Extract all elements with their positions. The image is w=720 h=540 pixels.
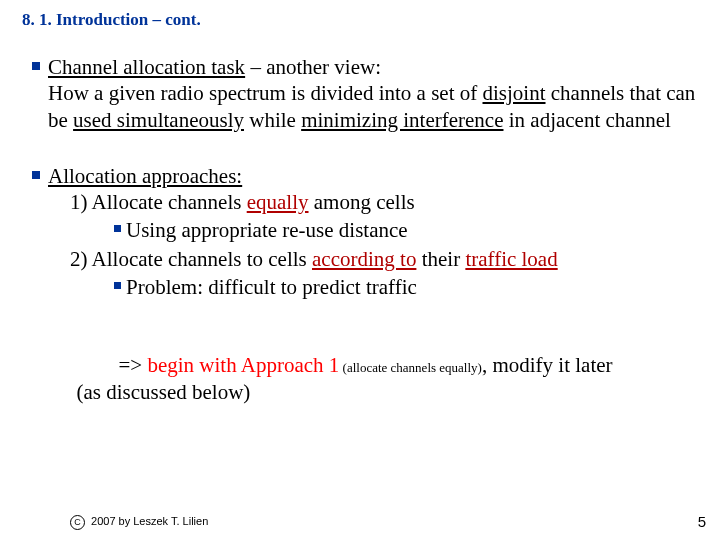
approach-2: 2) Allocate channels to cells according …	[70, 246, 613, 272]
copyright-icon: C	[70, 515, 85, 530]
text: – another view:	[245, 55, 381, 79]
slide: 8. 1. Introduction – cont. Channel alloc…	[0, 0, 720, 540]
square-bullet-icon	[104, 217, 126, 243]
text: Problem: difficult to predict traffic	[126, 274, 417, 300]
approach-1: 1) Allocate channels equally among cells	[70, 189, 613, 215]
square-bullet-icon	[104, 274, 126, 300]
phrase-traffic-load: traffic load	[465, 247, 557, 271]
phrase-disjoint: disjoint	[483, 81, 546, 105]
copyright-text: 2007 by Leszek T. Lilien	[88, 515, 208, 527]
page-number: 5	[698, 513, 706, 530]
approach-1-sub: Using appropriate re-use distance	[70, 217, 613, 243]
phrase-equally: equally	[247, 190, 309, 214]
text: =>	[119, 353, 148, 377]
text: while	[244, 108, 301, 132]
square-bullet-icon	[22, 163, 48, 431]
phrase-channel-allocation-task: Channel allocation task	[48, 55, 245, 79]
phrase-used-simultaneously: used simultaneously	[73, 108, 244, 132]
implication: => begin with Approach 1 (allocate chann…	[48, 326, 613, 431]
square-bullet-icon	[22, 54, 48, 133]
slide-title: 8. 1. Introduction – cont.	[22, 10, 201, 30]
copyright-footer: C 2007 by Leszek T. Lilien	[70, 515, 208, 530]
slide-content: Channel allocation task – another view: …	[22, 54, 698, 461]
text: 2) Allocate channels to cells according …	[70, 246, 558, 272]
phrase-begin-with-approach-1: begin with Approach 1	[147, 353, 339, 377]
bullet-1: Channel allocation task – another view: …	[22, 54, 698, 133]
bullet-2-text: Allocation approaches: 1) Allocate chann…	[48, 163, 613, 431]
text: How a given radio spectrum is divided in…	[48, 81, 483, 105]
phrase-allocation-approaches: Allocation approaches:	[48, 164, 242, 188]
text: 1) Allocate channels equally among cells	[70, 189, 415, 215]
text: Using appropriate re-use distance	[126, 217, 408, 243]
approaches-list: 1) Allocate channels equally among cells…	[48, 189, 613, 300]
phrase-allocate-equally-note: (allocate channels equally)	[339, 360, 482, 375]
text: in adjacent channel	[503, 108, 670, 132]
bullet-1-text: Channel allocation task – another view: …	[48, 54, 698, 133]
approach-2-sub: Problem: difficult to predict traffic	[70, 274, 613, 300]
bullet-2: Allocation approaches: 1) Allocate chann…	[22, 163, 698, 431]
phrase-minimizing-interference: minimizing interference	[301, 108, 503, 132]
phrase-according-to: according to	[312, 247, 416, 271]
